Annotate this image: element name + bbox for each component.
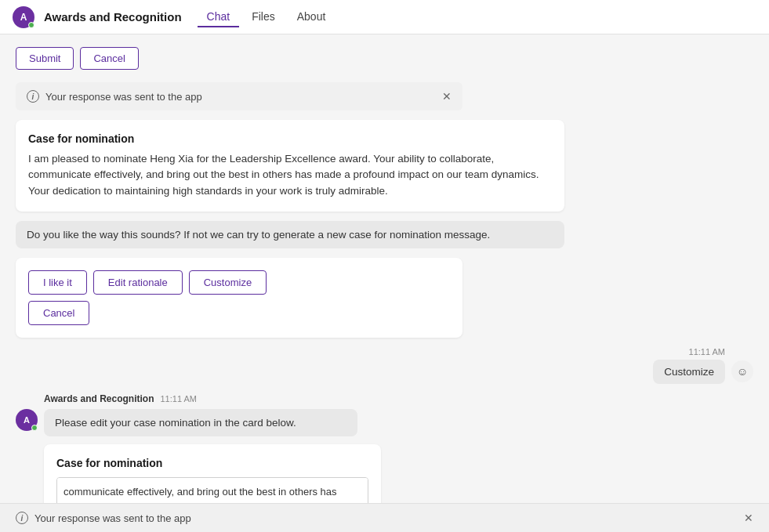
edit-card: Case for nomination Submit Cancel [44, 444, 381, 503]
nomination-body: I am pleased to nominate Heng Xia for th… [28, 151, 552, 199]
top-actions: Submit Cancel [16, 47, 753, 70]
bot-row: A Please edit your case nomination in th… [16, 409, 753, 503]
bottom-banner-text: Your response was sent to the app [34, 512, 191, 524]
info-icon-top: i [27, 90, 39, 103]
i-like-it-button[interactable]: I like it [28, 270, 87, 295]
bot-name: Awards and Recognition [44, 393, 154, 404]
cancel-button-top[interactable]: Cancel [80, 47, 138, 70]
nav-chat[interactable]: Chat [198, 7, 240, 27]
online-dot [28, 22, 34, 28]
emoji-icon: ☺ [731, 360, 753, 382]
action-row-2: Cancel [28, 301, 450, 325]
close-icon-bottom[interactable]: ✕ [744, 512, 753, 524]
bot-message-text: Please edit your case nomination in the … [55, 417, 296, 429]
info-icon-bottom: i [16, 512, 28, 524]
nav-about[interactable]: About [288, 7, 336, 27]
header-nav: Chat Files About [198, 7, 336, 27]
edit-card-title: Case for nomination [56, 457, 368, 469]
question-bubble: Do you like the way this sounds? If not … [16, 221, 564, 248]
bot-avatar: A [16, 409, 38, 431]
edit-textarea[interactable] [56, 477, 368, 503]
bot-time: 11:11 AM [160, 394, 196, 404]
bottom-banner: i Your response was sent to the app ✕ [0, 503, 769, 532]
question-text: Do you like the way this sounds? If not … [27, 229, 490, 241]
edit-rationale-button[interactable]: Edit rationale [93, 270, 183, 295]
bot-header: Awards and Recognition 11:11 AM [44, 393, 753, 404]
customize-button[interactable]: Customize [189, 270, 267, 295]
info-banner-top: i Your response was sent to the app ✕ [16, 82, 462, 110]
app-title: Awards and Recognition [44, 10, 182, 24]
bot-message-bubble: Please edit your case nomination in the … [44, 409, 357, 436]
info-banner-text-top: Your response was sent to the app [45, 91, 202, 103]
nomination-title: Case for nomination [28, 132, 552, 145]
nomination-card: Case for nomination I am pleased to nomi… [16, 120, 564, 212]
nav-files[interactable]: Files [242, 7, 285, 27]
cancel-button-action[interactable]: Cancel [28, 301, 89, 325]
bot-online-dot [31, 425, 38, 431]
app-header: A Awards and Recognition Chat Files Abou… [0, 0, 769, 34]
right-message-row: Customize ☺ [653, 360, 753, 384]
action-row-1: I like it Edit rationale Customize [28, 270, 450, 295]
app-avatar: A [13, 6, 34, 28]
bot-message-row: Awards and Recognition 11:11 AM A Please… [16, 393, 753, 503]
chat-area: Submit Cancel i Your response was sent t… [0, 34, 769, 503]
close-icon-top[interactable]: ✕ [442, 90, 452, 103]
timestamp-right: 11:11 AM [689, 347, 753, 356]
right-bubble: Customize [653, 360, 725, 384]
right-message-area: 11:11 AM Customize ☺ [16, 347, 753, 384]
action-card: I like it Edit rationale Customize Cance… [16, 258, 462, 338]
submit-button-top[interactable]: Submit [16, 47, 74, 70]
